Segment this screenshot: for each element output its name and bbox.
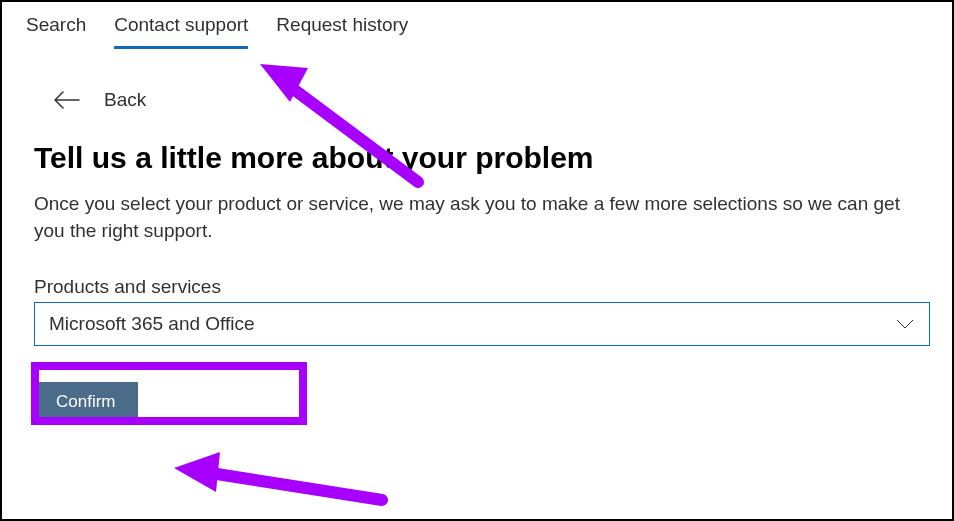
tab-search[interactable]: Search bbox=[26, 14, 86, 49]
back-navigation: Back bbox=[2, 49, 952, 111]
back-arrow-icon[interactable] bbox=[54, 91, 80, 109]
annotation-arrow-confirm bbox=[164, 442, 394, 514]
products-select[interactable]: Microsoft 365 and Office bbox=[34, 302, 930, 346]
tab-contact-support[interactable]: Contact support bbox=[114, 14, 248, 49]
tab-bar: Search Contact support Request history bbox=[2, 2, 952, 49]
products-field-label: Products and services bbox=[34, 276, 920, 298]
page-heading: Tell us a little more about your problem bbox=[34, 141, 920, 175]
back-label[interactable]: Back bbox=[104, 89, 146, 111]
main-content: Tell us a little more about your problem… bbox=[2, 111, 952, 422]
page-description: Once you select your product or service,… bbox=[34, 191, 920, 244]
products-select-value: Microsoft 365 and Office bbox=[49, 313, 255, 335]
tab-request-history[interactable]: Request history bbox=[276, 14, 408, 49]
confirm-button[interactable]: Confirm bbox=[34, 382, 138, 422]
